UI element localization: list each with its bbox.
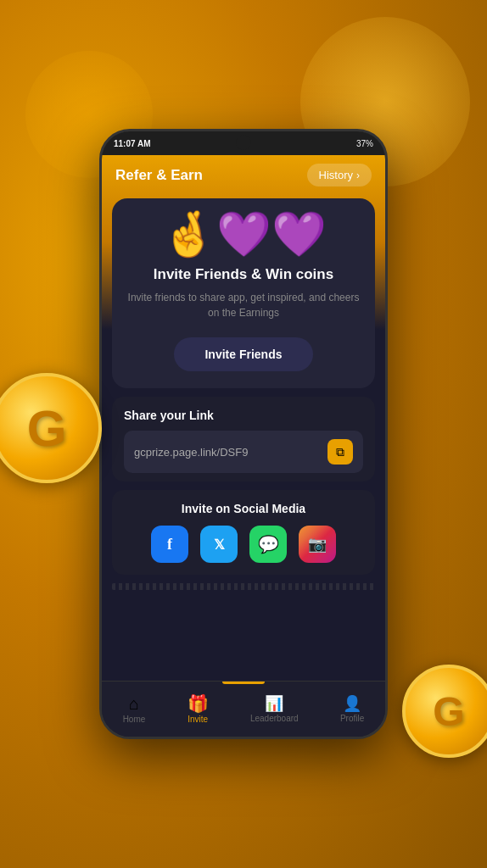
history-label: History	[319, 169, 353, 181]
invite-emoji: 🤞💜💜	[161, 212, 327, 256]
phone-frame: 11:07 AM 37% Refer & Earn History › 🤞💜💜 …	[99, 129, 388, 739]
nav-profile[interactable]: 👤 Profile	[332, 693, 372, 726]
home-icon: ⌂	[129, 695, 139, 712]
invite-icon: 🎁	[188, 695, 209, 712]
app-content: Refer & Earn History › 🤞💜💜 Invite Friend…	[102, 155, 385, 737]
status-bar: 11:07 AM 37%	[102, 131, 385, 155]
camera-notch	[236, 135, 251, 150]
copy-link-button[interactable]: ⧉	[327, 439, 353, 465]
bottom-nav: ⌂ Home 🎁 Invite 📊 Leaderboard 👤 Profile	[102, 681, 385, 737]
instagram-button[interactable]: 📷	[299, 526, 336, 563]
invite-card: 🤞💜💜 Invite Friends & Win coins Invite fr…	[112, 198, 375, 388]
page-title: Refer & Earn	[115, 167, 203, 184]
nav-home-label: Home	[123, 715, 146, 724]
scroll-content: 🤞💜💜 Invite Friends & Win coins Invite fr…	[102, 198, 385, 681]
instagram-icon: 📷	[308, 535, 327, 554]
social-label: Invite on Social Media	[182, 502, 305, 515]
nav-leaderboard[interactable]: 📊 Leaderboard	[242, 693, 307, 726]
invite-friends-button[interactable]: Invite Friends	[174, 337, 312, 371]
nav-invite-label: Invite	[188, 715, 208, 724]
link-box: gcprize.page.link/DSF9 ⧉	[124, 431, 363, 473]
nav-leaderboard-label: Leaderboard	[250, 714, 299, 723]
status-time: 11:07 AM	[114, 139, 151, 148]
nav-home[interactable]: ⌂ Home	[115, 692, 154, 727]
facebook-button[interactable]: f	[151, 526, 188, 563]
copy-icon: ⧉	[336, 445, 344, 459]
invite-subtitle: Invite friends to share app, get inspire…	[126, 290, 361, 320]
nav-active-indicator	[222, 682, 265, 684]
profile-icon: 👤	[343, 696, 361, 711]
dotted-divider	[112, 583, 375, 590]
referral-link: gcprize.page.link/DSF9	[134, 446, 248, 459]
coin-right: G	[402, 665, 487, 758]
share-label: Share your Link	[124, 409, 363, 422]
chevron-right-icon: ›	[356, 170, 360, 181]
whatsapp-icon: 💬	[258, 534, 279, 554]
social-icons-row: f 𝕏 💬 📷	[151, 526, 336, 563]
twitter-button[interactable]: 𝕏	[200, 526, 238, 563]
facebook-icon: f	[167, 536, 172, 554]
nav-profile-label: Profile	[340, 714, 364, 723]
nav-invite[interactable]: 🎁 Invite	[179, 692, 217, 727]
invite-title: Invite Friends & Win coins	[154, 266, 333, 283]
social-media-section: Invite on Social Media f 𝕏 💬 📷	[112, 490, 375, 575]
status-battery: 37%	[356, 139, 373, 148]
history-button[interactable]: History ›	[307, 164, 372, 186]
status-right: 37%	[356, 139, 373, 148]
whatsapp-button[interactable]: 💬	[249, 526, 287, 563]
header: Refer & Earn History ›	[102, 155, 385, 198]
twitter-icon: 𝕏	[214, 537, 225, 553]
coin-left: G	[0, 373, 102, 483]
share-link-section: Share your Link gcprize.page.link/DSF9 ⧉	[112, 397, 375, 481]
leaderboard-icon: 📊	[265, 696, 283, 711]
